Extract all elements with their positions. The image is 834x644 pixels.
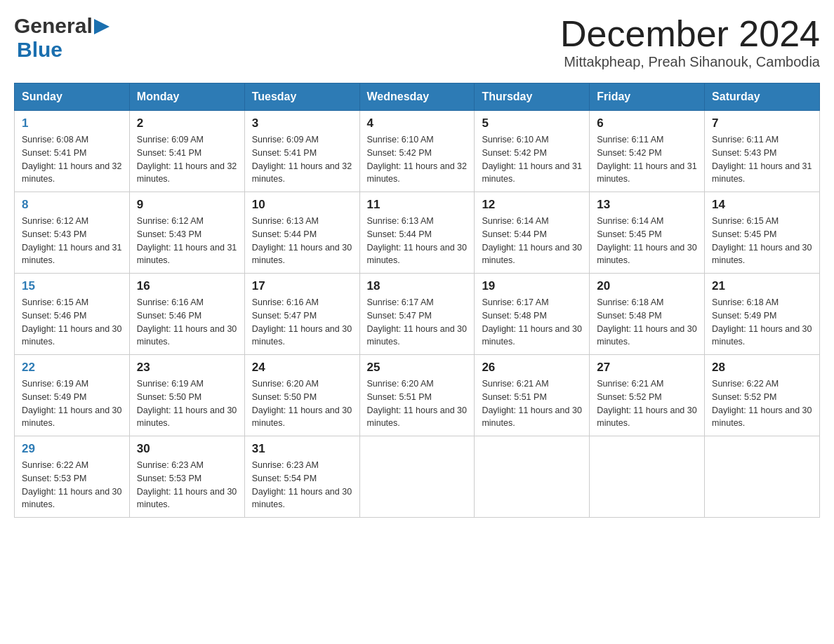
day-header-saturday: Saturday	[705, 83, 820, 111]
day-number: 27	[597, 361, 697, 375]
day-number: 10	[252, 198, 352, 212]
calendar-day-cell: 11Sunrise: 6:13 AMSunset: 5:44 PMDayligh…	[359, 192, 475, 274]
logo-triangle-icon	[94, 19, 110, 34]
day-number: 23	[137, 361, 237, 375]
day-info: Sunrise: 6:13 AMSunset: 5:44 PMDaylight:…	[252, 215, 352, 267]
calendar-day-cell: 12Sunrise: 6:14 AMSunset: 5:44 PMDayligh…	[475, 192, 590, 274]
day-info: Sunrise: 6:16 AMSunset: 5:46 PMDaylight:…	[137, 296, 237, 349]
day-number: 12	[482, 198, 582, 212]
calendar-day-cell: 16Sunrise: 6:16 AMSunset: 5:46 PMDayligh…	[129, 274, 244, 355]
svg-marker-0	[94, 19, 110, 34]
calendar-day-cell: 17Sunrise: 6:16 AMSunset: 5:47 PMDayligh…	[244, 274, 359, 355]
day-number: 8	[22, 198, 122, 212]
day-number: 29	[22, 442, 122, 456]
day-header-wednesday: Wednesday	[359, 83, 475, 111]
calendar-day-cell: 21Sunrise: 6:18 AMSunset: 5:49 PMDayligh…	[705, 274, 820, 355]
calendar-day-cell	[590, 436, 705, 518]
calendar-week-row: 22Sunrise: 6:19 AMSunset: 5:49 PMDayligh…	[15, 355, 820, 436]
day-info: Sunrise: 6:13 AMSunset: 5:44 PMDaylight:…	[367, 215, 468, 267]
calendar-day-cell: 24Sunrise: 6:20 AMSunset: 5:50 PMDayligh…	[244, 355, 359, 436]
day-number: 9	[137, 198, 237, 212]
calendar-day-cell: 13Sunrise: 6:14 AMSunset: 5:45 PMDayligh…	[590, 192, 705, 274]
day-header-monday: Monday	[129, 83, 244, 111]
day-number: 14	[712, 198, 812, 212]
day-number: 20	[597, 279, 697, 293]
calendar-day-cell: 5Sunrise: 6:10 AMSunset: 5:42 PMDaylight…	[475, 111, 590, 192]
day-info: Sunrise: 6:09 AMSunset: 5:41 PMDaylight:…	[252, 133, 352, 186]
day-number: 16	[137, 279, 237, 293]
day-info: Sunrise: 6:19 AMSunset: 5:49 PMDaylight:…	[22, 377, 122, 430]
calendar-day-cell: 26Sunrise: 6:21 AMSunset: 5:51 PMDayligh…	[475, 355, 590, 436]
month-title: December 2024	[560, 14, 820, 54]
day-info: Sunrise: 6:10 AMSunset: 5:42 PMDaylight:…	[482, 133, 582, 186]
logo-blue-text: Blue	[17, 38, 62, 61]
day-info: Sunrise: 6:17 AMSunset: 5:47 PMDaylight:…	[367, 296, 468, 349]
day-number: 31	[252, 442, 352, 456]
calendar-day-cell: 7Sunrise: 6:11 AMSunset: 5:43 PMDaylight…	[705, 111, 820, 192]
calendar-day-cell: 19Sunrise: 6:17 AMSunset: 5:48 PMDayligh…	[475, 274, 590, 355]
logo: General Blue	[14, 14, 110, 62]
calendar-day-cell	[359, 436, 475, 518]
day-number: 3	[252, 116, 352, 130]
calendar-day-cell: 2Sunrise: 6:09 AMSunset: 5:41 PMDaylight…	[129, 111, 244, 192]
day-number: 15	[22, 279, 122, 293]
day-info: Sunrise: 6:19 AMSunset: 5:50 PMDaylight:…	[137, 377, 237, 430]
day-info: Sunrise: 6:21 AMSunset: 5:52 PMDaylight:…	[597, 377, 697, 430]
day-header-sunday: Sunday	[15, 83, 130, 111]
calendar-day-cell: 1Sunrise: 6:08 AMSunset: 5:41 PMDaylight…	[15, 111, 130, 192]
day-number: 19	[482, 279, 582, 293]
calendar-day-cell: 4Sunrise: 6:10 AMSunset: 5:42 PMDaylight…	[359, 111, 475, 192]
page-header: General Blue December 2024 Mittakpheap, …	[14, 14, 820, 70]
day-number: 4	[367, 116, 468, 130]
day-info: Sunrise: 6:18 AMSunset: 5:49 PMDaylight:…	[712, 296, 812, 349]
day-info: Sunrise: 6:20 AMSunset: 5:51 PMDaylight:…	[367, 377, 468, 430]
calendar-day-cell: 6Sunrise: 6:11 AMSunset: 5:42 PMDaylight…	[590, 111, 705, 192]
calendar-week-row: 15Sunrise: 6:15 AMSunset: 5:46 PMDayligh…	[15, 274, 820, 355]
day-number: 6	[597, 116, 697, 130]
day-headers-row: SundayMondayTuesdayWednesdayThursdayFrid…	[15, 83, 820, 111]
day-info: Sunrise: 6:17 AMSunset: 5:48 PMDaylight:…	[482, 296, 582, 349]
calendar-day-cell: 9Sunrise: 6:12 AMSunset: 5:43 PMDaylight…	[129, 192, 244, 274]
day-info: Sunrise: 6:14 AMSunset: 5:44 PMDaylight:…	[482, 215, 582, 267]
calendar-day-cell: 29Sunrise: 6:22 AMSunset: 5:53 PMDayligh…	[15, 436, 130, 518]
calendar-day-cell: 14Sunrise: 6:15 AMSunset: 5:45 PMDayligh…	[705, 192, 820, 274]
logo-general-text: General	[14, 14, 93, 38]
calendar-table: SundayMondayTuesdayWednesdayThursdayFrid…	[14, 83, 820, 518]
day-number: 21	[712, 279, 812, 293]
calendar-day-cell: 22Sunrise: 6:19 AMSunset: 5:49 PMDayligh…	[15, 355, 130, 436]
day-number: 5	[482, 116, 582, 130]
day-info: Sunrise: 6:18 AMSunset: 5:48 PMDaylight:…	[597, 296, 697, 349]
day-header-friday: Friday	[590, 83, 705, 111]
day-number: 13	[597, 198, 697, 212]
calendar-day-cell: 27Sunrise: 6:21 AMSunset: 5:52 PMDayligh…	[590, 355, 705, 436]
day-info: Sunrise: 6:15 AMSunset: 5:45 PMDaylight:…	[712, 215, 812, 267]
day-info: Sunrise: 6:09 AMSunset: 5:41 PMDaylight:…	[137, 133, 237, 186]
calendar-week-row: 1Sunrise: 6:08 AMSunset: 5:41 PMDaylight…	[15, 111, 820, 192]
day-number: 24	[252, 361, 352, 375]
day-number: 7	[712, 116, 812, 130]
day-number: 2	[137, 116, 237, 130]
day-info: Sunrise: 6:16 AMSunset: 5:47 PMDaylight:…	[252, 296, 352, 349]
calendar-day-cell: 30Sunrise: 6:23 AMSunset: 5:53 PMDayligh…	[129, 436, 244, 518]
calendar-day-cell: 20Sunrise: 6:18 AMSunset: 5:48 PMDayligh…	[590, 274, 705, 355]
day-number: 17	[252, 279, 352, 293]
calendar-day-cell: 23Sunrise: 6:19 AMSunset: 5:50 PMDayligh…	[129, 355, 244, 436]
day-number: 25	[367, 361, 468, 375]
day-number: 1	[22, 116, 122, 130]
day-info: Sunrise: 6:15 AMSunset: 5:46 PMDaylight:…	[22, 296, 122, 349]
day-header-thursday: Thursday	[475, 83, 590, 111]
day-number: 28	[712, 361, 812, 375]
calendar-week-row: 8Sunrise: 6:12 AMSunset: 5:43 PMDaylight…	[15, 192, 820, 274]
calendar-day-cell	[705, 436, 820, 518]
calendar-day-cell: 3Sunrise: 6:09 AMSunset: 5:41 PMDaylight…	[244, 111, 359, 192]
day-info: Sunrise: 6:20 AMSunset: 5:50 PMDaylight:…	[252, 377, 352, 430]
day-info: Sunrise: 6:11 AMSunset: 5:43 PMDaylight:…	[712, 133, 812, 186]
calendar-day-cell: 25Sunrise: 6:20 AMSunset: 5:51 PMDayligh…	[359, 355, 475, 436]
day-info: Sunrise: 6:11 AMSunset: 5:42 PMDaylight:…	[597, 133, 697, 186]
calendar-day-cell: 8Sunrise: 6:12 AMSunset: 5:43 PMDaylight…	[15, 192, 130, 274]
day-number: 22	[22, 361, 122, 375]
calendar-day-cell: 10Sunrise: 6:13 AMSunset: 5:44 PMDayligh…	[244, 192, 359, 274]
day-info: Sunrise: 6:12 AMSunset: 5:43 PMDaylight:…	[22, 215, 122, 267]
calendar-day-cell	[475, 436, 590, 518]
day-info: Sunrise: 6:22 AMSunset: 5:52 PMDaylight:…	[712, 377, 812, 430]
